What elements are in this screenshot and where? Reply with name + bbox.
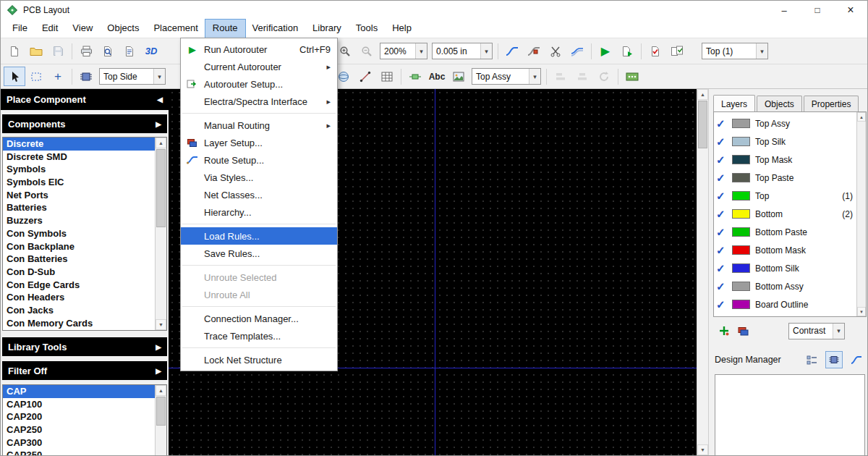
list-item[interactable]: CAP300 [3,436,166,449]
layer-color-swatch[interactable] [732,137,750,146]
layer-visibility-check-icon[interactable]: ✓ [716,172,732,185]
design-manager-nets-button[interactable] [848,351,864,368]
list-item[interactable]: CAP100 [3,398,166,411]
canvas-vertical-scrollbar[interactable]: ▲ ▼ [697,89,708,455]
menu-file[interactable]: File [5,20,35,38]
scroll-up-icon[interactable]: ▲ [857,112,866,122]
scroll-up-icon[interactable]: ▲ [156,138,166,148]
layer-visibility-check-icon[interactable]: ✓ [716,208,732,221]
dropdown-arrow-icon[interactable]: ▾ [415,43,427,59]
dropdown-arrow-icon[interactable]: ▾ [153,69,165,84]
list-item[interactable]: Batteries [3,201,166,214]
menu-verification[interactable]: Verification [245,20,306,38]
design-manager-list[interactable] [715,374,865,455]
drc-button[interactable] [644,41,666,61]
grid-step-select[interactable]: 0.005 in▾ [432,43,493,59]
current-layer-select[interactable]: Top (1)▾ [702,43,768,59]
design-manager-list-view-button[interactable] [804,351,820,368]
list-item[interactable]: Con Backplane [3,240,166,253]
table-view-button[interactable] [376,67,398,86]
new-file-button[interactable] [4,41,25,61]
menu-item-load-rules[interactable]: Load Rules... [181,227,337,245]
edit-trace-button[interactable] [523,41,545,61]
route-trace-button[interactable] [501,41,523,61]
run-autorouter-button[interactable]: ▶ [595,41,616,61]
scroll-thumb[interactable] [156,149,166,227]
layer-row[interactable]: ✓ Bottom Mask [716,241,856,259]
layer-color-swatch[interactable] [732,300,750,309]
list-item[interactable]: CAP250 [3,423,166,436]
layer-color-swatch[interactable] [732,173,750,182]
layer-row[interactable]: ✓ Top Paste [716,169,856,187]
collapse-panel-icon[interactable]: ◀ [157,96,163,104]
align-center-button[interactable] [571,67,593,86]
save-button[interactable] [47,41,69,61]
scroll-up-icon[interactable]: ▲ [697,89,708,100]
dropdown-arrow-icon[interactable]: ▾ [756,43,767,59]
list-item[interactable]: Symbols EIC [3,176,166,189]
menu-tools[interactable]: Tools [349,20,385,38]
print-preview-button[interactable] [97,41,119,61]
place-image-button[interactable] [448,67,469,86]
list-item[interactable]: CAP [3,385,166,398]
scroll-up-icon[interactable]: ▲ [156,385,166,396]
pattern-editor-button[interactable] [404,67,426,86]
layer-color-swatch[interactable] [732,245,750,255]
side-select[interactable]: Top Side▾ [99,68,166,85]
menu-route[interactable]: Route [205,20,245,38]
layer-color-swatch[interactable] [732,227,750,237]
dropdown-arrow-icon[interactable]: ▾ [833,324,844,339]
menu-item-layer-setup[interactable]: Layer Setup... [181,134,337,151]
3d-preview-button[interactable]: 3D [140,41,162,61]
list-item[interactable]: Con Symbols [3,227,166,240]
menu-item-connection-manager[interactable]: Connection Manager... [181,310,337,327]
scroll-thumb[interactable] [156,397,166,426]
tab-layers[interactable]: Layers [713,95,755,111]
layer-color-swatch[interactable] [732,282,750,291]
open-file-button[interactable] [25,41,47,61]
menu-item-via-styles[interactable]: Via Styles... [181,169,337,186]
filter-section-button[interactable]: Filter Off ▶ [2,361,167,380]
contrast-select[interactable]: Contrast▾ [788,323,845,339]
print-button[interactable] [75,41,97,61]
board-properties-button[interactable] [621,67,643,86]
place-origin-button[interactable]: + [47,67,69,86]
layer-visibility-check-icon[interactable]: ✓ [716,117,732,130]
scroll-down-icon[interactable]: ▼ [857,307,866,316]
layer-row[interactable]: ✓ Bottom Assy [716,277,856,295]
align-left-button[interactable] [550,67,571,86]
layer-color-swatch[interactable] [732,263,750,273]
layer-visibility-check-icon[interactable]: ✓ [716,244,732,257]
layer-color-swatch[interactable] [732,209,750,219]
list-item[interactable]: Con Jacks [3,304,166,317]
layer-row[interactable]: ✓ Bottom Paste [716,223,856,241]
parts-scrollbar[interactable]: ▲ [155,385,166,455]
zoom-select[interactable]: 200%▾ [380,43,427,59]
list-item[interactable]: Symbols [3,163,166,176]
groups-scrollbar[interactable]: ▲ ▼ [155,138,166,330]
menu-item-save-rules[interactable]: Save Rules... [181,245,337,262]
design-manager-components-button[interactable] [825,351,843,368]
layer-color-swatch[interactable] [732,191,750,200]
update-from-schematic-button[interactable] [593,67,615,86]
compare-netlist-button[interactable] [666,41,688,61]
layer-visibility-check-icon[interactable]: ✓ [716,298,732,311]
menu-item-hierarchy[interactable]: Hierarchy... [181,203,337,221]
scroll-down-icon[interactable]: ▼ [156,319,166,330]
library-tools-section-button[interactable]: Library Tools ▶ [2,337,167,356]
layer-visibility-check-icon[interactable]: ✓ [716,153,732,166]
layer-row[interactable]: ✓ Bottom Silk [716,259,856,277]
menu-edit[interactable]: Edit [35,20,65,38]
list-item[interactable]: Con Memory Cards [3,317,166,330]
menu-library[interactable]: Library [305,20,349,38]
components-section-button[interactable]: Components ▶ [2,114,167,133]
list-item[interactable]: Con Edge Cards [3,279,166,292]
menu-placement[interactable]: Placement [146,20,205,38]
measure-button[interactable] [354,67,376,86]
layer-row[interactable]: ✓ Bottom (2) [716,205,856,223]
place-text-button[interactable]: Abc [426,67,448,86]
menu-item-run-autorouter[interactable]: ▶ Run Autorouter Ctrl+F9 [181,41,337,58]
zoom-out-button[interactable] [356,41,378,61]
maximize-button[interactable]: □ [801,1,834,20]
list-item[interactable]: Net Ports [3,189,166,202]
